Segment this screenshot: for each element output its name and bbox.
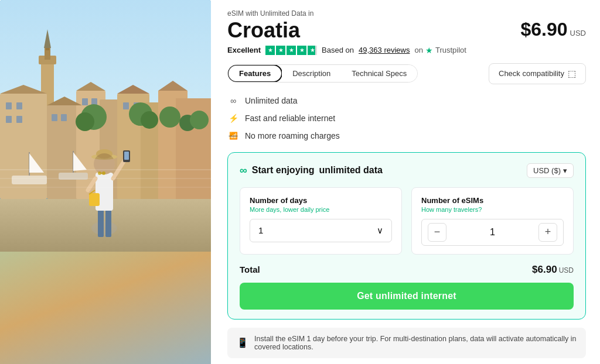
total-price: $6.90 USD	[532, 264, 574, 276]
svg-rect-47	[105, 208, 111, 237]
svg-rect-46	[98, 208, 104, 237]
svg-rect-24	[6, 116, 12, 123]
card-title: ∞ Start enjoying unlimited data	[240, 164, 383, 177]
no-roaming-icon: 📶	[227, 130, 239, 142]
star-4: ★	[297, 46, 306, 55]
card-infinity-icon: ∞	[240, 164, 247, 177]
total-label: Total	[240, 265, 260, 274]
svg-rect-23	[16, 102, 22, 109]
trustpilot-text: Trustpilot	[435, 46, 466, 54]
tabs-row: Features Description Technical Specs Che…	[227, 63, 586, 84]
star-2: ★	[276, 46, 285, 55]
check-compatibility-button[interactable]: Check compatibility ⬚	[489, 63, 586, 84]
booking-card-header: ∞ Start enjoying unlimited data USD ($) …	[240, 163, 574, 178]
trustpilot-label: on ★ Trustpilot	[414, 46, 466, 55]
esims-counter: − 1 +	[421, 219, 564, 246]
esims-increment-button[interactable]: +	[538, 223, 557, 242]
svg-point-38	[190, 111, 209, 129]
notice-icon: 📱	[237, 337, 248, 348]
feature-no-roaming-text: No more roaming charges	[245, 131, 340, 140]
svg-rect-39	[12, 176, 47, 184]
get-internet-label: Get unlimited internet	[357, 291, 456, 301]
svg-rect-26	[52, 114, 57, 121]
feature-fast-internet-text: Fast and reliable internet	[245, 114, 335, 123]
lightning-icon: ⚡	[227, 112, 239, 124]
card-title-prefix: Start enjoying	[252, 165, 315, 176]
svg-rect-49	[89, 193, 100, 206]
svg-rect-25	[16, 116, 22, 123]
trustpilot-star: ★	[425, 46, 433, 55]
esims-sublabel: How many travelers?	[421, 206, 564, 213]
feature-no-roaming: 📶 No more roaming charges	[227, 130, 586, 142]
rating-label: Excellent	[227, 46, 261, 54]
svg-point-45	[91, 221, 117, 235]
days-chevron-icon: ∨	[377, 225, 383, 236]
days-value: 1	[258, 225, 263, 235]
total-price-amount: $6.90	[532, 264, 557, 276]
reviews-link[interactable]: 49,363 reviews	[359, 46, 410, 54]
features-list: ∞ Unlimited data ⚡ Fast and reliable int…	[227, 95, 586, 142]
svg-rect-22	[6, 102, 12, 109]
svg-rect-28	[82, 98, 88, 105]
currency-value: USD ($)	[533, 166, 561, 175]
esims-label: Number of eSIMs	[421, 196, 564, 205]
check-compat-icon: ⬚	[568, 68, 576, 79]
reviews-suffix: on	[414, 46, 422, 54]
selectors-row: Number of days More days, lower daily pr…	[240, 187, 574, 255]
tab-features[interactable]: Features	[227, 64, 282, 83]
esims-selector-group: Number of eSIMs How many travelers? − 1 …	[411, 187, 574, 255]
feature-unlimited-data: ∞ Unlimited data	[227, 95, 586, 107]
check-compat-label: Check compatibility	[499, 69, 564, 78]
days-label: Number of days	[250, 196, 392, 205]
svg-point-36	[159, 107, 180, 128]
notice-text: Install the eSIM 1 day before your trip.…	[254, 335, 577, 351]
stars: ★ ★ ★ ★ ★	[265, 46, 317, 55]
svg-point-59	[98, 171, 101, 175]
days-selector-group: Number of days More days, lower daily pr…	[240, 187, 402, 255]
rating-row: Excellent ★ ★ ★ ★ ★ Based on 49,363 revi…	[227, 46, 586, 55]
get-internet-button[interactable]: Get unlimited internet	[240, 283, 574, 310]
star-3: ★	[287, 46, 296, 55]
card-title-bold: unlimited data	[319, 165, 383, 176]
feature-unlimited-data-text: Unlimited data	[245, 96, 298, 105]
price-currency: USD	[570, 29, 586, 37]
country-title: Croatia	[227, 19, 300, 42]
esim-label: eSIM with Unlimited Data in	[227, 9, 586, 18]
feature-fast-internet: ⚡ Fast and reliable internet	[227, 112, 586, 124]
star-1: ★	[265, 46, 275, 55]
total-row: Total $6.90 USD	[240, 264, 574, 276]
svg-point-33	[76, 112, 94, 131]
price-block: $6.90 USD	[520, 19, 586, 40]
header-row: Croatia $6.90 USD	[227, 19, 586, 42]
content-panel: eSIM with Unlimited Data in Croatia $6.9…	[211, 0, 600, 364]
notice-bar: 📱 Install the eSIM 1 day before your tri…	[227, 328, 586, 358]
star-5: ★	[308, 46, 317, 55]
reviews-prefix: Based on	[322, 46, 354, 54]
tab-technical-specs[interactable]: Technical Specs	[341, 65, 417, 82]
tab-description[interactable]: Description	[282, 65, 341, 82]
infinity-icon: ∞	[227, 95, 239, 107]
svg-rect-30	[123, 102, 129, 109]
booking-card: ∞ Start enjoying unlimited data USD ($) …	[227, 152, 586, 320]
days-dropdown[interactable]: 1 ∨	[250, 219, 392, 242]
tabs: Features Description Technical Specs	[227, 64, 418, 83]
price-amount: $6.90	[520, 19, 567, 40]
esims-decrement-button[interactable]: −	[428, 223, 446, 242]
svg-point-35	[141, 111, 158, 129]
svg-point-60	[102, 171, 105, 175]
svg-point-58	[94, 153, 115, 174]
currency-chevron-icon: ▾	[563, 166, 567, 175]
svg-rect-27	[61, 114, 67, 121]
currency-selector[interactable]: USD ($) ▾	[527, 163, 574, 178]
svg-rect-53	[124, 152, 129, 160]
days-sublabel: More days, lower daily price	[250, 206, 392, 213]
esims-value: 1	[481, 227, 504, 238]
hero-image	[0, 0, 211, 364]
total-price-currency: USD	[559, 266, 574, 274]
